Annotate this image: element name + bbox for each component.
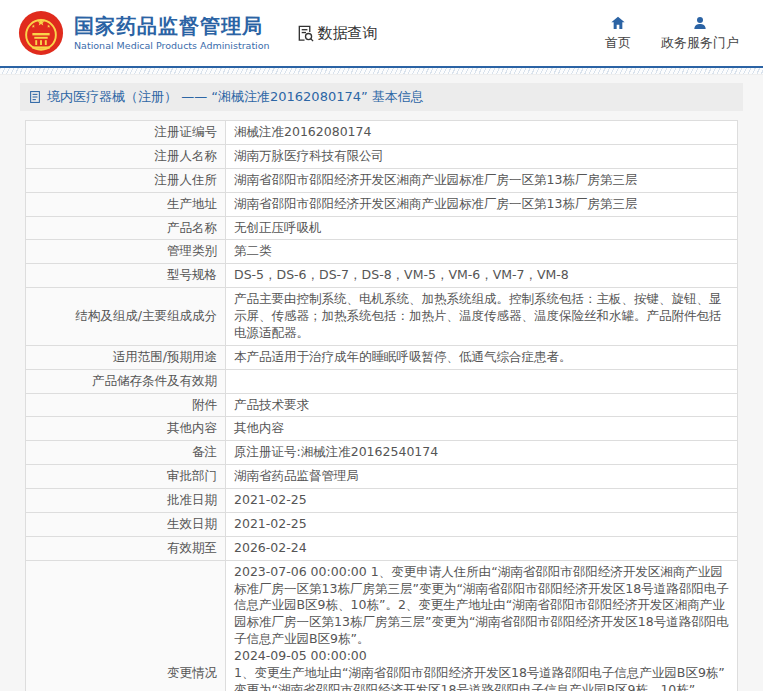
table-row: 其他内容 其他内容: [26, 417, 738, 441]
table-row: 结构及组成/主要组成成分 产品主要由控制系统、电机系统、加热系统组成。控制系统包…: [26, 288, 738, 346]
nmpa-emblem-logo: [18, 10, 64, 56]
site-title-block: 国家药品监督管理局 National Medical Products Admi…: [74, 15, 270, 51]
field-label: 产品名称: [26, 216, 226, 240]
field-value: 2026-02-24: [226, 536, 738, 560]
data-query-icon: [296, 24, 315, 43]
table-row: 注册人名称 湖南万脉医疗科技有限公司: [26, 144, 738, 168]
field-label: 生效日期: [26, 512, 226, 536]
table-row: 型号规格 DS-5，DS-6，DS-7，DS-8，VM-5，VM-6，VM-7，…: [26, 264, 738, 288]
field-label: 注册人住所: [26, 168, 226, 192]
field-value: 湘械注准20162080174: [226, 121, 738, 145]
field-label: 有效期至: [26, 536, 226, 560]
field-value: 2021-02-25: [226, 489, 738, 513]
field-label: 生产地址: [26, 192, 226, 216]
nav-home-label: 首页: [605, 34, 631, 52]
field-label: 注册人名称: [26, 144, 226, 168]
nav-portal[interactable]: 政务服务门户: [661, 15, 739, 52]
table-row: 适用范围/预期用途 本产品适用于治疗成年的睡眠呼吸暂停、低通气综合症患者。: [26, 345, 738, 369]
field-value: 产品技术要求: [226, 393, 738, 417]
field-label: 变更情况: [26, 560, 226, 691]
field-value: 第二类: [226, 240, 738, 264]
field-value: 湖南万脉医疗科技有限公司: [226, 144, 738, 168]
registration-info-table: 注册证编号 湘械注准20162080174 注册人名称 湖南万脉医疗科技有限公司…: [25, 120, 738, 691]
field-value: 无创正压呼吸机: [226, 216, 738, 240]
field-value-change-history: 2023-07-06 00:00:00 1、变更申请人住所由“湖南省邵阳市邵阳经…: [226, 560, 738, 691]
site-header: 国家药品监督管理局 National Medical Products Admi…: [0, 0, 763, 66]
field-label: 备注: [26, 441, 226, 465]
table-row: 备注 原注册证号:湘械注准20162540174: [26, 441, 738, 465]
hatch-strip: [0, 68, 763, 75]
nav-home[interactable]: 首页: [605, 15, 631, 52]
header-nav: 首页 政务服务门户: [605, 15, 745, 52]
field-value: 本产品适用于治疗成年的睡眠呼吸暂停、低通气综合症患者。: [226, 345, 738, 369]
table-row: 审批部门 湖南省药品监督管理局: [26, 465, 738, 489]
table-row: 生产地址 湖南省邵阳市邵阳经济开发区湘商产业园标准厂房一区第13栋厂房第三层: [26, 192, 738, 216]
field-label: 管理类别: [26, 240, 226, 264]
table-row-change-history: 变更情况 2023-07-06 00:00:00 1、变更申请人住所由“湖南省邵…: [26, 560, 738, 691]
document-icon: [28, 90, 42, 104]
field-value: 湖南省药品监督管理局: [226, 465, 738, 489]
field-value: 2021-02-25: [226, 512, 738, 536]
user-icon: [692, 15, 708, 31]
table-row: 注册证编号 湘械注准20162080174: [26, 121, 738, 145]
field-value: DS-5，DS-6，DS-7，DS-8，VM-5，VM-6，VM-7，VM-8: [226, 264, 738, 288]
field-value: [226, 369, 738, 393]
table-row: 管理类别 第二类: [26, 240, 738, 264]
field-value: 产品主要由控制系统、电机系统、加热系统组成。控制系统包括：主板、按键、旋钮、显示…: [226, 288, 738, 346]
site-title: 国家药品监督管理局: [74, 15, 270, 38]
field-label: 附件: [26, 393, 226, 417]
home-icon: [610, 15, 626, 31]
field-value: 原注册证号:湘械注准20162540174: [226, 441, 738, 465]
table-row: 产品储存条件及有效期: [26, 369, 738, 393]
field-label: 注册证编号: [26, 121, 226, 145]
main-content: 境内医疗器械（注册） —— “湘械注准20162080174” 基本信息 注册证…: [0, 83, 763, 691]
field-label: 型号规格: [26, 264, 226, 288]
breadcrumb: 境内医疗器械（注册） —— “湘械注准20162080174” 基本信息: [20, 83, 743, 111]
field-label: 结构及组成/主要组成成分: [26, 288, 226, 346]
table-row: 批准日期 2021-02-25: [26, 489, 738, 513]
data-query-link[interactable]: 数据查询: [296, 24, 378, 43]
table-row: 附件 产品技术要求: [26, 393, 738, 417]
table-row: 产品名称 无创正压呼吸机: [26, 216, 738, 240]
table-row: 有效期至 2026-02-24: [26, 536, 738, 560]
field-label: 适用范围/预期用途: [26, 345, 226, 369]
breadcrumb-text: 境内医疗器械（注册） —— “湘械注准20162080174” 基本信息: [47, 88, 424, 106]
data-query-label: 数据查询: [318, 24, 378, 43]
field-value: 其他内容: [226, 417, 738, 441]
nav-portal-label: 政务服务门户: [661, 34, 739, 52]
field-label: 其他内容: [26, 417, 226, 441]
field-label: 批准日期: [26, 489, 226, 513]
table-row: 生效日期 2021-02-25: [26, 512, 738, 536]
table-row: 注册人住所 湖南省邵阳市邵阳经济开发区湘商产业园标准厂房一区第13栋厂房第三层: [26, 168, 738, 192]
site-subtitle: National Medical Products Administration: [74, 40, 270, 51]
field-value: 湖南省邵阳市邵阳经济开发区湘商产业园标准厂房一区第13栋厂房第三层: [226, 168, 738, 192]
field-value: 湖南省邵阳市邵阳经济开发区湘商产业园标准厂房一区第13栋厂房第三层: [226, 192, 738, 216]
field-label: 产品储存条件及有效期: [26, 369, 226, 393]
field-label: 审批部门: [26, 465, 226, 489]
